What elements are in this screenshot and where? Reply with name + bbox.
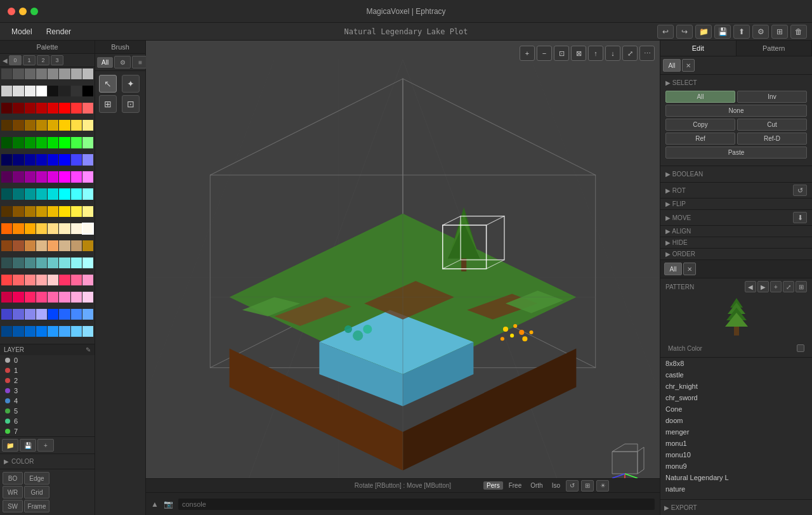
console-input[interactable] [178, 499, 655, 510]
file-item-natural-legendary-l[interactable]: Natural Legendary L [660, 472, 812, 483]
swatch-123[interactable] [36, 326, 47, 337]
export-button[interactable]: ⬆ [733, 25, 750, 39]
add-btn[interactable]: + [37, 439, 54, 452]
file-item-cone[interactable]: Cone [660, 403, 812, 415]
ref-btn[interactable]: Ref [665, 133, 735, 145]
tab-edit[interactable]: Edit [660, 41, 737, 56]
swatch-76[interactable] [48, 223, 58, 234]
swatch-20[interactable] [48, 103, 58, 114]
grid-button[interactable]: ⊞ [771, 25, 788, 39]
swatch-68[interactable] [48, 206, 58, 217]
swatch-116[interactable] [48, 309, 58, 320]
file-item-nature[interactable]: nature [660, 483, 812, 495]
pattern-prev-btn[interactable]: ◀ [745, 281, 756, 292]
swatch-88[interactable] [1, 258, 12, 268]
swatch-63[interactable] [82, 188, 93, 199]
swatch-3[interactable] [36, 68, 47, 79]
rot-expand[interactable]: ▶ ROT [665, 187, 686, 194]
swatch-15[interactable] [82, 86, 93, 96]
swatch-24[interactable] [1, 120, 12, 131]
swatch-11[interactable] [36, 86, 47, 96]
swatch-59[interactable] [36, 188, 47, 199]
file-item-doom[interactable]: doom [660, 415, 812, 426]
swatch-118[interactable] [71, 309, 82, 320]
swatch-96[interactable] [1, 275, 12, 285]
redo-button[interactable]: ↪ [676, 25, 693, 39]
swatch-86[interactable] [71, 240, 82, 251]
select-inv-btn[interactable]: Inv [737, 91, 807, 103]
swatch-57[interactable] [13, 188, 23, 199]
pattern-settings-btn[interactable]: ⊞ [796, 281, 807, 292]
frame-btn[interactable]: Frame [24, 500, 49, 512]
swatch-39[interactable] [82, 137, 93, 148]
swatch-119[interactable] [82, 309, 93, 320]
swatch-106[interactable] [25, 292, 36, 303]
view-front-btn[interactable]: ⊠ [571, 46, 586, 61]
paste-btn[interactable]: Paste [665, 147, 807, 159]
swatch-44[interactable] [48, 154, 58, 165]
swatch-77[interactable] [59, 223, 70, 234]
undo-button[interactable]: ↩ [657, 25, 674, 39]
swatch-84[interactable] [48, 240, 58, 251]
view-split-btn[interactable]: ⊞ [581, 480, 594, 492]
swatch-8[interactable] [1, 86, 12, 96]
file-item-monu9[interactable]: monu9 [660, 460, 812, 472]
swatch-38[interactable] [71, 137, 82, 148]
swatch-109[interactable] [59, 292, 70, 303]
swatch-117[interactable] [59, 309, 70, 320]
swatch-50[interactable] [25, 171, 36, 182]
view-extra-btn[interactable]: ⋯ [639, 46, 655, 61]
layer-item-2[interactable]: 2 [0, 375, 95, 386]
swatch-74[interactable] [25, 223, 36, 234]
swatch-95[interactable] [82, 258, 93, 268]
swatch-92[interactable] [48, 258, 58, 268]
viewport[interactable]: + − ⊡ ⊠ ↑ ↓ ⤢ ⋯ Rotate [RButton] : [146, 41, 660, 515]
swatch-105[interactable] [13, 292, 23, 303]
cut-btn[interactable]: Cut [737, 119, 807, 131]
brush-tab-all[interactable]: All [97, 57, 113, 68]
layer-item-3[interactable]: 3 [0, 386, 95, 396]
swatch-27[interactable] [36, 120, 47, 131]
settings-button[interactable]: ⚙ [752, 25, 769, 39]
swatch-29[interactable] [59, 120, 70, 131]
swatch-2[interactable] [25, 68, 36, 79]
swatch-25[interactable] [13, 120, 23, 131]
swatch-113[interactable] [13, 309, 23, 320]
swatch-54[interactable] [71, 171, 82, 182]
swatch-108[interactable] [48, 292, 58, 303]
file-item-room[interactable]: room [660, 495, 812, 499]
swatch-42[interactable] [25, 154, 36, 165]
swatch-114[interactable] [25, 309, 36, 320]
color-expand[interactable]: ▶ [4, 458, 9, 465]
swatch-100[interactable] [48, 275, 58, 285]
view-pers[interactable]: Pers [483, 481, 503, 490]
sw-btn[interactable]: SW [3, 500, 23, 512]
swatch-52[interactable] [48, 171, 58, 182]
swatch-30[interactable] [71, 120, 82, 131]
swatch-35[interactable] [36, 137, 47, 148]
swatch-51[interactable] [36, 171, 47, 182]
swatch-33[interactable] [13, 137, 23, 148]
subtract-btn-viewport[interactable]: − [537, 46, 552, 61]
swatch-71[interactable] [82, 206, 93, 217]
file-item-castle[interactable]: castle [660, 369, 812, 381]
swatch-103[interactable] [82, 275, 93, 285]
swatch-13[interactable] [59, 86, 70, 96]
swatch-99[interactable] [36, 275, 47, 285]
swatch-37[interactable] [59, 137, 70, 148]
swatch-45[interactable] [59, 154, 70, 165]
swatch-21[interactable] [59, 103, 70, 114]
swatch-46[interactable] [71, 154, 82, 165]
swatch-48[interactable] [1, 171, 12, 182]
palette-tab-3[interactable]: 3 [51, 55, 63, 65]
swatch-5[interactable] [59, 68, 70, 79]
view-orth[interactable]: Orth [527, 481, 546, 490]
swatch-124[interactable] [48, 326, 58, 337]
refd-btn[interactable]: Ref-D [737, 133, 807, 145]
open-button[interactable]: 📁 [695, 25, 712, 39]
swatch-97[interactable] [13, 275, 23, 285]
pattern-x-btn[interactable]: ✕ [683, 263, 696, 275]
file-item-8x8x8[interactable]: 8x8x8 [660, 358, 812, 369]
swatch-104[interactable] [1, 292, 12, 303]
palette-tab-2[interactable]: 2 [37, 55, 49, 65]
